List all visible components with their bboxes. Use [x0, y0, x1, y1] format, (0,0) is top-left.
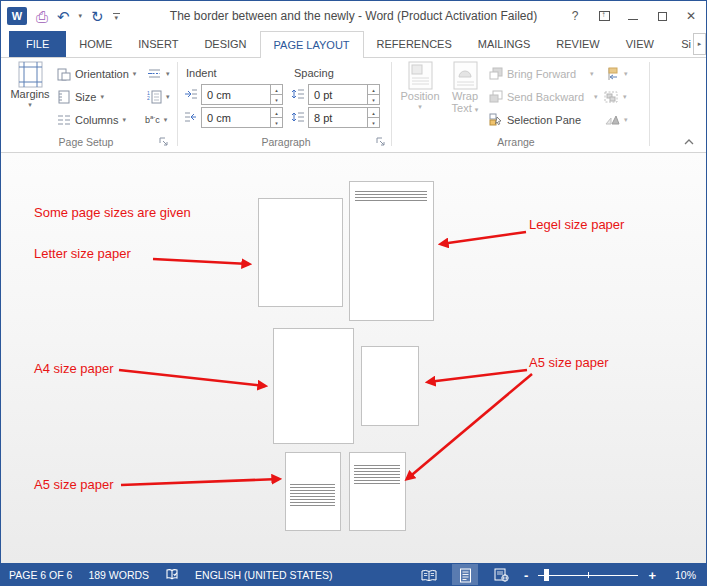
indent-left-field[interactable]: 0 cm ▴▾	[201, 84, 283, 105]
indent-left-icon	[184, 88, 198, 100]
page-legal[interactable]	[349, 181, 434, 321]
close-icon[interactable]: ✕	[680, 5, 702, 27]
print-layout-button[interactable]	[452, 564, 478, 586]
send-backward-icon	[489, 90, 503, 103]
indent-right-field[interactable]: 0 cm ▴▾	[201, 107, 283, 128]
breaks-button[interactable]: ▾	[147, 63, 170, 84]
redo-icon[interactable]: ↻	[91, 9, 104, 24]
line-numbers-button[interactable]: 1 2 ▾	[147, 86, 170, 107]
position-icon	[408, 61, 433, 90]
maximize-icon[interactable]	[651, 5, 673, 27]
language-indicator[interactable]: ENGLISH (UNITED STATES)	[195, 569, 332, 581]
annotation-a5-right[interactable]: A5 size paper	[529, 355, 609, 370]
position-button[interactable]: Position ▾	[398, 61, 442, 111]
group-button[interactable]: ▾	[603, 86, 627, 107]
tab-view[interactable]: VIEW	[613, 31, 667, 57]
page-a5-bottom-left[interactable]	[285, 452, 341, 531]
indent-left-spinner[interactable]: ▴▾	[270, 85, 282, 104]
save-icon[interactable]: ⎙	[36, 9, 48, 24]
orientation-icon	[57, 67, 71, 81]
customize-qat-icon[interactable]: ▾	[113, 13, 120, 20]
annotation-letter[interactable]: Letter size paper	[34, 246, 131, 261]
web-layout-icon	[494, 568, 509, 582]
paragraph-dialog-launcher-icon[interactable]	[376, 137, 386, 147]
size-icon	[57, 90, 71, 104]
word-window: W ⎙ ↶ ▾ ↻ ▾ The border between and the n…	[0, 0, 707, 586]
page-a5-bottom-right[interactable]	[349, 452, 406, 531]
wrap-text-button[interactable]: Wrap Text ▾	[445, 61, 485, 114]
selection-pane-icon	[489, 113, 503, 126]
scroll-right-icon[interactable]: ▸	[693, 33, 706, 55]
web-layout-button[interactable]	[488, 564, 514, 586]
proofing-errors-icon[interactable]	[165, 568, 179, 582]
sign-in-truncated[interactable]: Si ▸	[681, 31, 706, 57]
undo-icon[interactable]: ↶	[57, 9, 70, 24]
hyphenation-button[interactable]: ba-c ▾	[145, 109, 167, 130]
zoom-slider[interactable]	[538, 564, 638, 586]
undo-dropdown-icon[interactable]: ▾	[79, 12, 83, 20]
margins-icon	[17, 61, 44, 88]
document-canvas[interactable]: Some page sizes are given Letter size pa…	[1, 153, 706, 563]
zoom-out-button[interactable]: -	[524, 568, 528, 583]
tab-mailings[interactable]: MAILINGS	[465, 31, 544, 57]
spacing-before-spinner[interactable]: ▴▾	[367, 85, 379, 104]
zoom-slider-thumb[interactable]	[544, 569, 549, 581]
tab-design[interactable]: DESIGN	[191, 31, 259, 57]
page-letter[interactable]	[258, 198, 343, 307]
page-text-lines	[355, 191, 427, 203]
word-count[interactable]: 189 WORDS	[88, 569, 149, 581]
size-button[interactable]: Size ▾	[57, 86, 104, 107]
arrange-group-label: Arrange	[431, 136, 601, 148]
minimize-icon[interactable]	[622, 5, 644, 27]
breaks-icon	[147, 67, 162, 80]
tab-home[interactable]: HOME	[66, 31, 125, 57]
window-controls: ? ✕	[564, 1, 702, 31]
tab-file[interactable]: FILE	[9, 31, 66, 57]
page-a5-middle[interactable]	[361, 346, 419, 426]
spacing-before-field[interactable]: 0 pt ▴▾	[308, 84, 380, 105]
indent-label: Indent	[186, 62, 217, 83]
columns-icon	[57, 113, 71, 127]
tab-insert[interactable]: INSERT	[125, 31, 191, 57]
word-logo-icon: W	[7, 7, 27, 25]
margins-button[interactable]: Margins ▾	[7, 61, 53, 109]
send-backward-button[interactable]: Send Backward ▾	[489, 86, 598, 107]
hyphenation-icon: ba-c	[145, 115, 160, 125]
tab-references[interactable]: REFERENCES	[364, 31, 465, 57]
group-objects-icon	[603, 90, 619, 104]
zoom-in-button[interactable]: +	[648, 568, 656, 583]
page-indicator[interactable]: PAGE 6 OF 6	[9, 569, 72, 581]
rotate-button[interactable]: ▾	[605, 109, 628, 130]
annotation-intro[interactable]: Some page sizes are given	[34, 205, 191, 220]
indent-right-spinner[interactable]: ▴▾	[270, 108, 282, 127]
status-bar: PAGE 6 OF 6 189 WORDS ENGLISH (UNITED ST…	[1, 563, 706, 586]
spacing-label: Spacing	[294, 62, 334, 83]
orientation-button[interactable]: Orientation ▾	[57, 63, 136, 84]
page-setup-dialog-launcher-icon[interactable]	[159, 137, 169, 147]
wrap-text-icon	[453, 61, 478, 90]
read-mode-button[interactable]	[416, 564, 442, 586]
tab-page-layout[interactable]: PAGE LAYOUT	[260, 31, 364, 58]
align-button[interactable]: ▾	[605, 63, 628, 84]
zoom-level[interactable]: 10%	[666, 569, 696, 581]
annotation-a4[interactable]: A4 size paper	[34, 361, 114, 376]
spacing-after-spinner[interactable]: ▴▾	[367, 108, 379, 127]
page-text-lines	[354, 465, 400, 486]
spacing-after-field[interactable]: 8 pt ▴▾	[308, 107, 380, 128]
collapse-ribbon-icon[interactable]	[684, 138, 694, 146]
annotation-legal[interactable]: Legel size paper	[529, 217, 624, 232]
tab-review[interactable]: REVIEW	[543, 31, 612, 57]
bring-forward-button[interactable]: Bring Forward ▾	[489, 63, 594, 84]
svg-text:2: 2	[147, 95, 150, 101]
ribbon-display-options-icon[interactable]	[593, 5, 615, 27]
annotation-a5-bottom[interactable]: A5 size paper	[34, 477, 114, 492]
ribbon: Margins ▾ Orientation ▾ Size ▾	[1, 58, 706, 153]
selection-pane-button[interactable]: Selection Pane	[489, 109, 581, 130]
spacing-before-icon	[291, 88, 305, 100]
help-icon[interactable]: ?	[564, 5, 586, 27]
page-a4[interactable]	[273, 328, 354, 444]
indent-right-icon	[184, 111, 198, 123]
columns-button[interactable]: Columns ▾	[57, 109, 126, 130]
rotate-objects-icon	[605, 113, 620, 126]
paragraph-group-label: Paragraph	[201, 136, 371, 148]
